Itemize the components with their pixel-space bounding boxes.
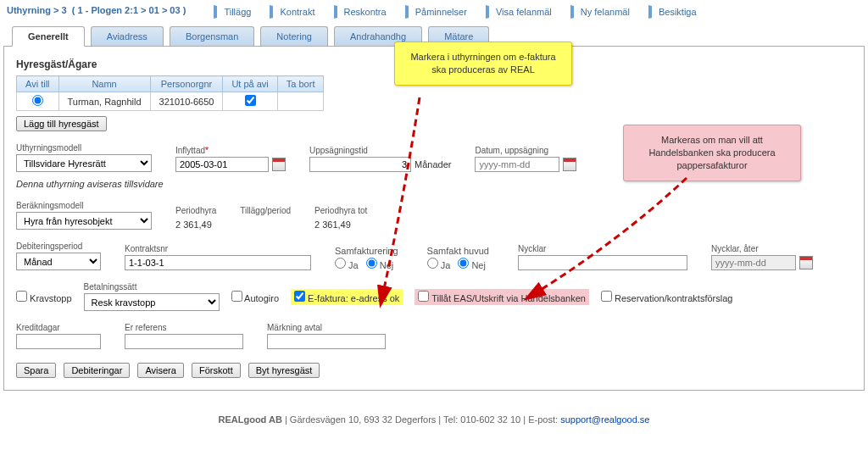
breadcrumb-n[interactable]: 3 — [62, 5, 67, 15]
add-tenant-button[interactable]: Lägg till hyresgäst — [16, 116, 107, 131]
markning-avtal-input[interactable] — [267, 334, 386, 349]
berakningsmodell-label: Beräkningsmodell — [16, 201, 152, 210]
efaktura-check[interactable] — [294, 291, 305, 302]
avisera-button[interactable]: Avisera — [137, 363, 183, 378]
periodhyra-label: Periodhyra — [175, 206, 216, 215]
breadcrumb-root[interactable]: Uthyrning — [7, 5, 51, 15]
autogiro-check[interactable] — [231, 291, 242, 302]
breadcrumb-p1[interactable]: 1 - Plogen 2:1 — [77, 5, 138, 15]
tenant-table: Avi till Namn Personorgnr Ut på avi Ta b… — [16, 75, 324, 111]
th-pnr: Personorgnr — [150, 76, 223, 92]
tenant-utpaavi-check[interactable] — [245, 95, 256, 106]
tab-notering[interactable]: Notering — [260, 26, 328, 46]
eas-label[interactable]: Tillåt EAS/Utskrift via Handelsbanken — [418, 293, 586, 303]
nycklar-ater-input[interactable] — [711, 255, 796, 270]
annotation-pink: Markeras om man vill att Handelsbanken s… — [623, 125, 801, 181]
th-tabort: Ta bort — [277, 76, 324, 92]
nycklar-label: Nycklar — [518, 244, 687, 253]
tenant-name: Turman, Ragnhild — [58, 92, 150, 111]
breadcrumb-p3[interactable]: 03 — [170, 5, 180, 15]
topbtn-besiktiga[interactable]: Besiktiga — [648, 5, 704, 19]
kontraktsnr-input[interactable] — [125, 255, 311, 270]
periodhyra-tot-value: 2 361,49 — [314, 217, 367, 230]
datum-uppsagning-label: Datum, uppsägning — [475, 146, 576, 155]
erreferens-input[interactable] — [125, 334, 243, 349]
footer-tel: Tel: 010-602 32 10 — [443, 414, 520, 425]
topbtn-visafelanmal[interactable]: Visa felanmäl — [486, 5, 559, 19]
debiteringsperiod-label: Debiteringsperiod — [16, 242, 101, 251]
tab-generellt[interactable]: Generellt — [12, 26, 85, 47]
samfakt-huvud-nej-radio[interactable] — [458, 258, 469, 269]
eas-check[interactable] — [418, 291, 429, 302]
betalningssatt-label: Betalningssätt — [84, 282, 220, 292]
kreditdagar-input[interactable] — [16, 334, 101, 349]
autogiro-label[interactable]: Autogiro — [231, 291, 279, 303]
nycklar-input[interactable] — [518, 255, 687, 270]
topbtn-nyfelanmal[interactable]: Ny felanmäl — [570, 5, 637, 19]
calendar-icon[interactable] — [799, 256, 813, 269]
tab-borgensman[interactable]: Borgensman — [170, 26, 254, 46]
inflyttad-label: Inflyttad* — [175, 146, 286, 155]
kravstopp-label[interactable]: Kravstopp — [16, 291, 72, 303]
annotation-yellow: Markera i uthyrningen om e-faktura ska p… — [394, 42, 572, 86]
kravstopp-check[interactable] — [16, 291, 27, 302]
breadcrumb-p2[interactable]: 01 — [149, 5, 159, 15]
samfakt-huvud-ja-radio[interactable] — [427, 258, 438, 269]
periodhyra-tot-label: Periodhyra tot — [314, 206, 367, 215]
th-avitill: Avi till — [17, 76, 59, 92]
tillagg-period-label: Tillägg/period — [240, 206, 291, 215]
debiteringsperiod-select[interactable]: Månad — [16, 253, 101, 270]
uppsagningstid-unit: Månader — [415, 159, 451, 169]
betalningssatt-select[interactable]: Resk kravstopp — [84, 293, 220, 311]
kontraktsnr-label: Kontraktsnr — [125, 244, 311, 253]
forskott-button[interactable]: Förskott — [192, 363, 241, 378]
calendar-icon[interactable] — [563, 158, 576, 171]
reservation-check[interactable] — [601, 291, 612, 302]
footer-email-link[interactable]: support@realgood.se — [560, 414, 649, 425]
topbtn-tillagg[interactable]: Tillägg — [214, 5, 259, 19]
uthyrmodell-select[interactable]: Tillsvidare Hyresrätt — [16, 154, 152, 172]
debiteringar-button[interactable]: Debiteringar — [64, 363, 130, 378]
markning-avtal-label: Märkning avtal — [267, 323, 386, 332]
berakningsmodell-select[interactable]: Hyra från hyresobjekt — [16, 212, 152, 230]
periodhyra-value: 2 361,49 — [175, 217, 216, 230]
tab-aviadress[interactable]: Aviadress — [91, 26, 164, 46]
datum-uppsagning-input[interactable] — [475, 157, 559, 172]
samfakt-huvud-label: Samfakt huvud — [427, 246, 489, 256]
footer-epost-label: E-post: — [528, 414, 558, 425]
th-utpaavi: Ut på avi — [223, 76, 277, 92]
kreditdagar-label: Kreditdagar — [16, 323, 101, 332]
byt-hyresgast-button[interactable]: Byt hyresgäst — [248, 363, 320, 378]
breadcrumb-sep: > — [53, 5, 61, 15]
tenant-avitill-radio[interactable] — [32, 95, 43, 106]
samfakturering-label: Samfakturering — [335, 246, 398, 256]
uppsagningstid-label: Uppsägningstid — [309, 146, 451, 155]
uthyrmodell-label: Uthyrningsmodell — [16, 143, 152, 153]
inflyttad-input[interactable] — [175, 157, 269, 172]
samfakt-nej-radio[interactable] — [366, 258, 377, 269]
topbtn-kontrakt[interactable]: Kontrakt — [270, 5, 322, 19]
erreferens-label: Er referens — [125, 323, 243, 332]
spara-button[interactable]: Spara — [16, 363, 56, 378]
topbtn-reskontra[interactable]: Reskontra — [334, 5, 394, 19]
tenant-pnr: 321010-6650 — [150, 92, 223, 111]
nycklar-ater-label: Nycklar, åter — [711, 244, 813, 253]
uppsagningstid-input[interactable] — [309, 157, 411, 172]
table-row: Turman, Ragnhild 321010-6650 — [17, 92, 324, 111]
breadcrumb-paren: ( — [70, 5, 75, 15]
footer-company: REALgood AB — [219, 414, 282, 425]
footer-addr: Gärdesvägen 10, 693 32 Degerfors — [290, 414, 436, 425]
topbtn-paminnelser[interactable]: Påminnelser — [405, 5, 475, 19]
footer: REALgood AB | Gärdesvägen 10, 693 32 Deg… — [3, 408, 865, 431]
calendar-icon[interactable] — [272, 158, 286, 171]
tillagg-period-value — [240, 217, 291, 230]
reservation-label[interactable]: Reservation/kontraktsförslag — [601, 291, 732, 303]
th-namn: Namn — [58, 76, 150, 92]
efaktura-label[interactable]: E-faktura: e-adress ok — [294, 293, 399, 303]
samfakt-ja-radio[interactable] — [335, 258, 346, 269]
